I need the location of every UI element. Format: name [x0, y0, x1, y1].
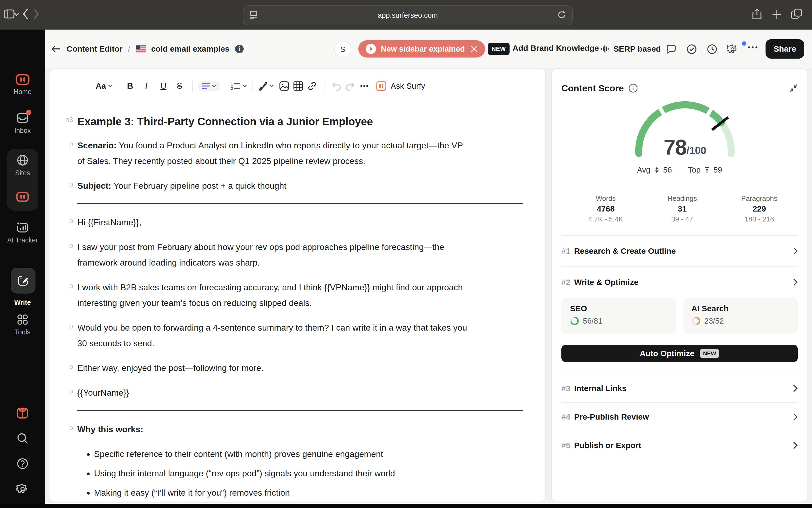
- list-dropdown[interactable]: 12: [231, 82, 247, 90]
- doc-line[interactable]: I work with B2B sales teams on forecasti…: [77, 280, 523, 295]
- help-button[interactable]: [0, 458, 45, 470]
- content-score-gauge: 78 /100: [561, 97, 808, 161]
- alignment-dropdown[interactable]: [198, 81, 220, 91]
- doc-line[interactable]: Scenario: You found a Product Analyst on…: [77, 138, 523, 153]
- sidebar-item-home[interactable]: Home: [0, 74, 45, 96]
- share-button[interactable]: Share: [766, 39, 804, 58]
- redo-button[interactable]: [343, 79, 357, 93]
- settings-button[interactable]: [0, 483, 45, 495]
- browser-sidebar-toggle[interactable]: [4, 9, 15, 19]
- list-item[interactable]: Making it easy (“I’ll write it for you”)…: [94, 485, 523, 501]
- serp-based-button[interactable]: SERP based: [601, 41, 661, 57]
- doc-line[interactable]: Would you be open to forwarding a 4-sent…: [77, 320, 523, 335]
- breadcrumb-root[interactable]: Content Editor: [66, 44, 123, 53]
- doc-line[interactable]: Subject: Your February pipeline post + a…: [77, 178, 523, 194]
- main-area: Content Editor / cold email examples S N…: [45, 30, 812, 508]
- step-internal-links[interactable]: #3 Internal Links: [561, 374, 798, 403]
- doc-paragraph[interactable]: p{{YourName}}: [77, 385, 523, 400]
- doc-line[interactable]: 30 seconds to send.: [77, 335, 523, 351]
- back-arrow-icon[interactable]: [50, 45, 61, 53]
- insert-link-button[interactable]: [305, 79, 319, 93]
- doc-line[interactable]: Why this works:: [77, 421, 523, 437]
- reload-icon[interactable]: [557, 10, 566, 19]
- toolbar-more-button[interactable]: [357, 79, 371, 93]
- tasks-button[interactable]: [686, 44, 697, 55]
- doc-paragraph[interactable]: pEither way, enjoyed the post—following …: [77, 360, 523, 376]
- auto-optimize-button[interactable]: Auto Optimize NEW: [561, 345, 798, 362]
- sidebar-item-tools[interactable]: Tools: [0, 313, 45, 336]
- doc-paragraph[interactable]: pScenario: You found a Product Analyst o…: [77, 138, 523, 169]
- url-bar[interactable]: app.surferseo.com: [243, 5, 573, 25]
- ask-surfy-button[interactable]: Ask Surfy: [376, 81, 425, 91]
- sidebar-site-surfer[interactable]: [0, 192, 45, 202]
- tab-overview-icon[interactable]: [791, 8, 803, 20]
- sidebar-item-sites[interactable]: Sites: [0, 154, 45, 177]
- inbox-notification-dot: [26, 110, 32, 115]
- back-button[interactable]: [22, 8, 29, 20]
- doc-paragraph[interactable]: pI saw your post from February about how…: [77, 239, 523, 270]
- share-icon[interactable]: [752, 8, 762, 21]
- doc-line[interactable]: framework around leading indicators was …: [77, 255, 523, 270]
- new-tab-icon[interactable]: [771, 9, 782, 20]
- sidebar-item-inbox[interactable]: Inbox: [0, 112, 45, 134]
- undo-button[interactable]: [329, 79, 343, 93]
- step-publish-export[interactable]: #5 Publish or Export: [561, 431, 798, 459]
- doc-line[interactable]: Hi {{FirstName}},: [77, 214, 523, 230]
- panel-title: Content Score: [561, 83, 624, 93]
- close-icon[interactable]: [471, 45, 478, 52]
- forward-button[interactable]: [33, 8, 40, 20]
- insert-image-button[interactable]: [277, 79, 291, 93]
- seo-score-card[interactable]: SEO 56/81: [561, 298, 676, 334]
- doc-line[interactable]: of Sales. They recently posted about the…: [77, 153, 523, 169]
- history-button[interactable]: [707, 44, 718, 55]
- italic-button[interactable]: I: [137, 79, 155, 93]
- doc-paragraph[interactable]: pWould you be open to forwarding a 4-sen…: [77, 320, 523, 351]
- collaborator-avatar[interactable]: S: [334, 41, 351, 58]
- us-flag-icon: [136, 45, 146, 52]
- font-style-dropdown[interactable]: Aa: [96, 81, 113, 91]
- add-brand-knowledge-button[interactable]: Add Brand Knowledge: [513, 44, 599, 53]
- style-brush-dropdown[interactable]: [257, 81, 274, 91]
- doc-line[interactable]: Example 3: Third-Party Connection via a …: [77, 114, 523, 130]
- sidebar-item-ai-tracker[interactable]: AI Tracker: [0, 221, 45, 244]
- doc-paragraph[interactable]: pWhy this works:: [77, 421, 523, 437]
- list-item[interactable]: Specific reference to their content (wit…: [94, 446, 523, 462]
- doc-line[interactable]: I saw your post from February about how …: [77, 239, 523, 255]
- strikethrough-button[interactable]: S: [172, 79, 188, 93]
- collapse-panel-icon[interactable]: [789, 84, 798, 92]
- chevron-right-icon: [793, 441, 798, 450]
- document-body[interactable]: h3Example 3: Third-Party Connection via …: [77, 114, 523, 502]
- sidebar-item-write-active[interactable]: [11, 268, 36, 294]
- settings-gear-button[interactable]: [727, 44, 738, 55]
- underline-button[interactable]: U: [155, 79, 172, 93]
- search-button[interactable]: [0, 432, 45, 444]
- doc-paragraph[interactable]: pHi {{FirstName}},: [77, 214, 523, 230]
- doc-paragraph[interactable]: pI work with B2B sales teams on forecast…: [77, 280, 523, 311]
- doc-heading[interactable]: h3Example 3: Third-Party Connection via …: [77, 114, 523, 130]
- list-item[interactable]: Using their internal language (“rev ops …: [94, 466, 523, 481]
- step-research-outline[interactable]: #1 Research & Create Outline: [561, 236, 798, 266]
- ai-search-score-card[interactable]: AI Search 23/52: [683, 298, 798, 334]
- bold-button[interactable]: B: [123, 79, 137, 93]
- document-title[interactable]: cold email examples: [151, 44, 230, 53]
- block-type-gutter: p: [60, 140, 73, 148]
- gift-button[interactable]: [0, 407, 45, 420]
- info-icon[interactable]: [235, 44, 244, 53]
- chevron-down-icon[interactable]: [14, 12, 19, 16]
- doc-line[interactable]: {{YourName}}: [77, 385, 523, 400]
- step-pre-publish-review[interactable]: #4 Pre-Publish Review: [561, 403, 798, 431]
- insert-table-button[interactable]: [291, 79, 305, 93]
- doc-line[interactable]: interesting given your team’s focus on r…: [77, 295, 523, 311]
- doc-line[interactable]: Either way, enjoyed the post—following f…: [77, 360, 523, 376]
- score-info-icon[interactable]: [628, 84, 638, 93]
- doc-paragraph[interactable]: pSubject: Your February pipeline post + …: [77, 178, 523, 194]
- reader-icon[interactable]: [249, 10, 258, 20]
- more-options-button[interactable]: [747, 46, 758, 49]
- bullet-list[interactable]: Specific reference to their content (wit…: [77, 446, 523, 502]
- horizontal-rule: [77, 410, 523, 411]
- new-sidebar-banner[interactable]: New sidebar explained: [358, 40, 485, 57]
- comments-button[interactable]: [666, 44, 677, 55]
- browser-chrome: app.surferseo.com: [0, 0, 812, 30]
- step-write-optimize[interactable]: #2 Write & Optimize: [561, 267, 798, 298]
- play-icon[interactable]: [366, 44, 376, 54]
